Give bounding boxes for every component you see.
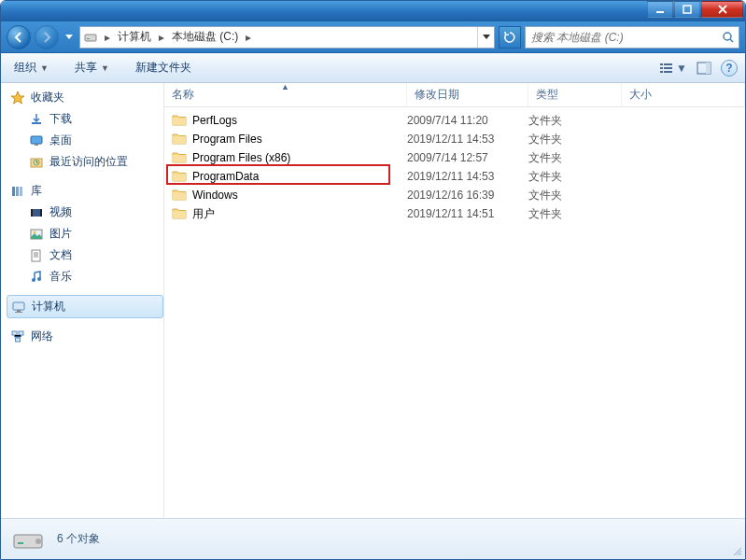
file-name: Program Files (x86) bbox=[192, 151, 290, 164]
address-bar[interactable]: ▸ 计算机 ▸ 本地磁盘 (C:) ▸ bbox=[79, 26, 495, 49]
svg-rect-20 bbox=[20, 187, 22, 196]
breadcrumb-separator[interactable]: ▸ bbox=[101, 31, 114, 44]
nav-history-dropdown[interactable] bbox=[63, 31, 76, 44]
sidebar-item-computer[interactable]: 计算机 bbox=[7, 295, 163, 318]
file-row[interactable]: ProgramData2019/12/11 14:53文件夹 bbox=[164, 167, 745, 186]
column-size[interactable]: 大小 bbox=[622, 83, 745, 106]
sidebar-item-label: 文档 bbox=[49, 247, 72, 263]
resize-grip-icon[interactable] bbox=[731, 545, 742, 556]
file-name: PerfLogs bbox=[192, 114, 237, 127]
folder-icon bbox=[172, 150, 187, 165]
svg-rect-3 bbox=[87, 38, 90, 39]
svg-rect-30 bbox=[17, 310, 21, 312]
svg-rect-31 bbox=[15, 312, 22, 313]
breadcrumb-drive-c[interactable]: 本地磁盘 (C:) bbox=[168, 27, 242, 48]
help-button[interactable]: ? bbox=[721, 60, 738, 77]
forward-button[interactable] bbox=[35, 25, 59, 49]
sidebar-item-label: 图片 bbox=[49, 226, 72, 242]
search-icon[interactable] bbox=[718, 31, 739, 44]
file-list[interactable]: PerfLogs2009/7/14 11:20文件夹Program Files2… bbox=[164, 107, 745, 518]
share-label: 共享 bbox=[75, 60, 97, 76]
search-input[interactable] bbox=[526, 31, 718, 44]
column-label: 修改日期 bbox=[415, 87, 459, 103]
preview-pane-button[interactable] bbox=[697, 62, 711, 75]
file-name: ProgramData bbox=[192, 170, 259, 183]
sidebar-item-network[interactable]: 网络 bbox=[7, 326, 163, 347]
view-options-button[interactable]: ▼ bbox=[659, 62, 687, 75]
network-group: 网络 bbox=[7, 326, 163, 347]
picture-icon bbox=[29, 227, 44, 242]
title-bar bbox=[1, 1, 745, 21]
svg-rect-33 bbox=[19, 331, 23, 335]
file-row[interactable]: Program Files2019/12/11 14:53文件夹 bbox=[164, 130, 745, 148]
svg-rect-22 bbox=[31, 209, 33, 217]
navigation-bar: ▸ 计算机 ▸ 本地磁盘 (C:) ▸ bbox=[1, 21, 745, 53]
chevron-down-icon: ▼ bbox=[676, 62, 687, 75]
file-row[interactable]: Program Files (x86)2009/7/14 12:57文件夹 bbox=[164, 148, 745, 167]
svg-rect-14 bbox=[31, 136, 42, 144]
column-label: 类型 bbox=[536, 87, 558, 103]
libraries-header[interactable]: 库 bbox=[7, 180, 163, 202]
drive-icon bbox=[10, 525, 48, 554]
sidebar-item-label: 最近访问的位置 bbox=[49, 154, 128, 170]
svg-rect-0 bbox=[656, 11, 664, 13]
file-name: Program Files bbox=[192, 133, 262, 146]
svg-point-28 bbox=[37, 277, 41, 281]
file-row[interactable]: 用户2019/12/11 14:51文件夹 bbox=[164, 204, 745, 223]
breadcrumb-computer[interactable]: 计算机 bbox=[114, 27, 155, 48]
svg-point-4 bbox=[724, 33, 731, 40]
chevron-down-icon: ▼ bbox=[40, 63, 49, 73]
share-menu[interactable]: 共享 ▼ bbox=[69, 56, 115, 79]
svg-rect-6 bbox=[664, 63, 672, 65]
close-button[interactable] bbox=[701, 1, 743, 18]
libraries-label: 库 bbox=[31, 183, 42, 199]
sidebar-item-pictures[interactable]: 图片 bbox=[7, 223, 163, 245]
svg-rect-36 bbox=[18, 542, 23, 544]
sidebar-item-desktop[interactable]: 桌面 bbox=[7, 130, 163, 151]
maximize-button[interactable] bbox=[674, 1, 700, 18]
svg-rect-2 bbox=[85, 35, 96, 41]
search-box[interactable] bbox=[525, 26, 739, 49]
svg-rect-7 bbox=[660, 67, 663, 69]
column-type[interactable]: 类型 bbox=[528, 83, 622, 106]
file-date: 2019/12/11 14:53 bbox=[407, 133, 528, 146]
breadcrumb-separator[interactable]: ▸ bbox=[155, 31, 168, 44]
svg-rect-34 bbox=[16, 338, 21, 342]
status-bar: 6 个对象 bbox=[1, 518, 745, 559]
explorer-window: ▸ 计算机 ▸ 本地磁盘 (C:) ▸ 组织 ▼ 共享 ▼ bbox=[0, 0, 746, 560]
svg-point-37 bbox=[35, 539, 41, 544]
sidebar-item-videos[interactable]: 视频 bbox=[7, 202, 163, 223]
svg-rect-5 bbox=[660, 63, 663, 65]
organize-menu[interactable]: 组织 ▼ bbox=[8, 56, 54, 79]
file-date: 2019/12/11 14:51 bbox=[407, 207, 528, 220]
sidebar-item-label: 下载 bbox=[49, 111, 72, 127]
network-icon bbox=[10, 329, 25, 344]
file-type: 文件夹 bbox=[528, 150, 622, 166]
file-row[interactable]: Windows2019/12/16 16:39文件夹 bbox=[164, 186, 745, 204]
sidebar-item-downloads[interactable]: 下载 bbox=[7, 108, 163, 130]
chevron-down-icon: ▼ bbox=[101, 63, 109, 73]
folder-icon bbox=[172, 188, 187, 203]
breadcrumb-separator[interactable]: ▸ bbox=[242, 31, 255, 44]
sidebar-item-music[interactable]: 音乐 bbox=[7, 266, 163, 287]
sidebar-item-recent[interactable]: 最近访问的位置 bbox=[7, 151, 163, 173]
sidebar-item-documents[interactable]: 文档 bbox=[7, 245, 163, 266]
svg-rect-19 bbox=[16, 187, 19, 196]
file-date: 2019/12/11 14:53 bbox=[407, 170, 528, 183]
svg-rect-10 bbox=[664, 71, 672, 73]
address-dropdown[interactable] bbox=[477, 27, 494, 48]
folder-icon bbox=[172, 206, 187, 221]
column-name[interactable]: ▲ 名称 bbox=[164, 83, 407, 106]
status-text: 6 个对象 bbox=[57, 531, 100, 547]
favorites-header[interactable]: 收藏夹 bbox=[7, 87, 163, 108]
sidebar-item-label: 音乐 bbox=[49, 269, 72, 285]
minimize-button[interactable] bbox=[647, 1, 673, 18]
column-date[interactable]: 修改日期 bbox=[407, 83, 528, 106]
column-label: 大小 bbox=[629, 87, 652, 103]
file-type: 文件夹 bbox=[528, 169, 622, 185]
refresh-button[interactable] bbox=[499, 26, 521, 49]
file-row[interactable]: PerfLogs2009/7/14 11:20文件夹 bbox=[164, 111, 745, 130]
back-button[interactable] bbox=[7, 25, 31, 49]
new-folder-button[interactable]: 新建文件夹 bbox=[130, 56, 197, 79]
download-icon bbox=[29, 112, 44, 127]
